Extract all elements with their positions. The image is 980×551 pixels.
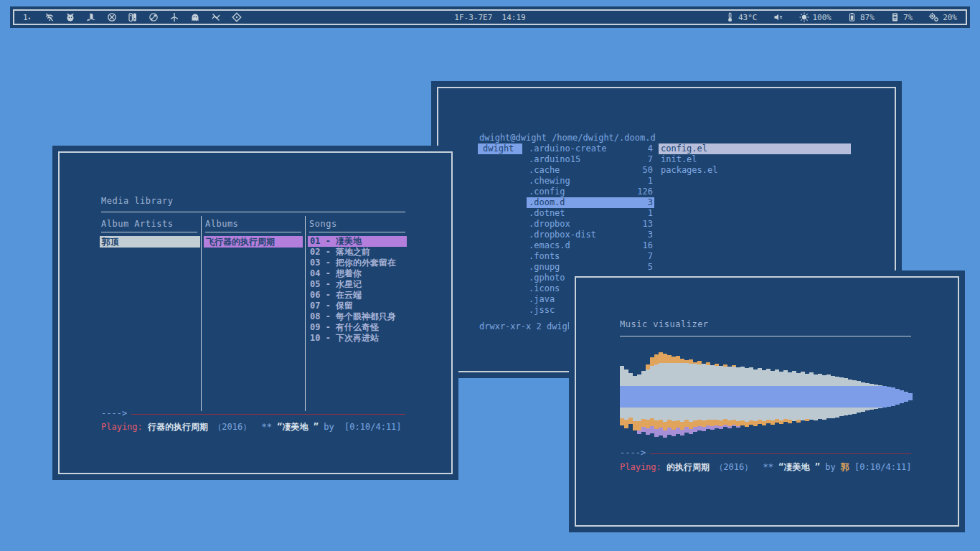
fm-file-item[interactable]: init.el: [659, 154, 851, 165]
steam-icon[interactable]: [149, 12, 159, 22]
cpu-module: 20%: [928, 12, 957, 22]
fm-directory-item[interactable]: .fonts7: [527, 251, 654, 262]
song-item[interactable]: 05 - 水星记: [308, 279, 407, 290]
topbar-left-modules: 1▾: [23, 12, 242, 22]
fm-directory-count: 126: [637, 187, 653, 197]
xbox-icon[interactable]: [107, 12, 117, 22]
fm-status-line: drwxr-xr-x 2 dwigh: [479, 321, 573, 332]
playing-segment: 行器的执行周期: [143, 422, 208, 432]
column-header-artists: Album Artists: [101, 219, 173, 229]
playstation-icon[interactable]: [86, 12, 96, 22]
fm-directory-name: .chewing: [529, 176, 570, 186]
fm-directory-item[interactable]: .emacs.d16: [527, 240, 654, 251]
visualizer-progress-arrow[interactable]: ---->: [620, 448, 646, 458]
song-item[interactable]: 07 - 保留: [308, 301, 407, 311]
cat-icon[interactable]: [65, 12, 75, 22]
media-playing-status: Playing: 行器的执行周期 （2016） ** “凄美地 ” by [0:…: [101, 421, 402, 433]
playing-segment: 郭: [841, 462, 849, 472]
playing-segment: **: [753, 462, 778, 472]
fm-directory-count: 7: [648, 251, 653, 262]
fm-directory-count: 1: [648, 208, 653, 219]
song-item[interactable]: 10 - 下次再进站: [308, 333, 407, 344]
fm-directory-item[interactable]: .config126: [527, 187, 654, 197]
song-item[interactable]: 09 - 有什么奇怪: [308, 322, 407, 333]
visualizer-progress-line[interactable]: [650, 453, 911, 454]
fm-directory-count: 4: [648, 143, 653, 154]
fm-directory-count: 50: [643, 165, 653, 176]
cpu-icon: [928, 12, 939, 22]
fm-directory-count: 13: [643, 219, 653, 230]
album-item[interactable]: 飞行器的执行周期: [204, 236, 303, 248]
ghost-icon[interactable]: [190, 12, 200, 22]
playing-segment: [0:10/4:11]: [339, 422, 402, 432]
playing-segment: 的执行周期: [661, 462, 710, 472]
waveform-display: [620, 346, 913, 448]
fm-directory-name: .config: [529, 187, 565, 197]
song-item[interactable]: 06 - 在云端: [308, 290, 407, 301]
top-bar: 1▾: [13, 9, 967, 25]
visualizer-playing-status: Playing: 的执行周期 （2016） ** “凄美地 ” by 郭 [0:…: [620, 461, 912, 474]
volume-module[interactable]: [773, 12, 783, 22]
fm-directory-item[interactable]: .arduino157: [527, 154, 654, 165]
fm-directory-name: .arduino15: [529, 154, 580, 164]
fm-directory-name: .cache: [529, 165, 560, 175]
fm-file-item[interactable]: packages.el: [659, 165, 851, 176]
artist-item[interactable]: 郭顶: [100, 236, 200, 248]
song-item[interactable]: 08 - 每个眼神都只身: [308, 311, 407, 322]
memory-value: 7%: [903, 13, 913, 22]
fm-directory-item[interactable]: .arduino-create4: [527, 143, 654, 154]
media-progress-line[interactable]: [131, 414, 405, 415]
fm-directory-item[interactable]: .dropbox13: [527, 219, 654, 230]
topbar-status-modules: 43°C 100% 87%: [725, 12, 957, 22]
media-library-title: Media library: [101, 196, 173, 206]
brightness-value: 100%: [813, 13, 832, 22]
fm-directory-item[interactable]: .cache50: [527, 165, 654, 176]
column-separator: [305, 216, 306, 411]
album-label: 飞行器的执行周期: [206, 237, 275, 247]
fm-directory-name: .jssc: [529, 305, 555, 315]
artists-header-underline: [101, 232, 197, 232]
fm-directory-item[interactable]: .doom.d3: [527, 197, 654, 208]
workspace-indicator[interactable]: 1▾: [23, 13, 31, 22]
song-item[interactable]: 04 - 想着你: [308, 268, 407, 279]
fm-directory-item[interactable]: .dropbox-dist3: [527, 230, 654, 240]
visualizer-title: Music visualizer: [620, 319, 709, 329]
battery-module: 87%: [847, 12, 875, 22]
playing-segment: by: [319, 422, 339, 432]
fm-directory-name: .emacs.d: [529, 240, 570, 250]
visualizer-title-underline: [620, 336, 911, 336]
fm-directory-item[interactable]: .gnupg5: [527, 262, 654, 273]
playing-segment: “凄美地 ”: [277, 422, 319, 432]
song-item[interactable]: 03 - 把你的外套留在: [308, 258, 407, 268]
playing-segment: （2016）: [208, 422, 251, 432]
fm-directory-name: .fonts: [529, 251, 560, 261]
column-header-songs: Songs: [309, 219, 337, 229]
brightness-icon: [799, 12, 809, 22]
playing-segment: **: [251, 422, 277, 432]
fm-file-item[interactable]: config.el: [659, 143, 851, 154]
song-item[interactable]: 02 - 落地之前: [308, 247, 407, 258]
media-progress-arrow[interactable]: ---->: [101, 408, 127, 418]
playing-segment: Playing:: [101, 422, 143, 432]
fm-directory-name: .dropbox: [529, 219, 570, 229]
wifi-slash-icon[interactable]: [44, 12, 55, 22]
playing-segment: Playing:: [620, 462, 661, 472]
fm-directory-count: 1: [648, 176, 653, 187]
fm-parent-dir[interactable]: dwight: [478, 143, 522, 154]
fm-directory-name: .dropbox-dist: [529, 230, 596, 240]
playing-segment: by: [820, 462, 841, 472]
network-slash-icon[interactable]: [211, 12, 221, 22]
wind-turbine-icon[interactable]: [169, 12, 179, 22]
nintendo-switch-icon[interactable]: [128, 12, 138, 22]
albums-header-underline: [205, 232, 301, 232]
fm-directory-item[interactable]: .chewing1: [527, 176, 654, 187]
fm-directory-item[interactable]: .dotnet1: [527, 208, 654, 219]
title-underline: [101, 212, 405, 212]
song-item[interactable]: 01 - 凄美地: [308, 236, 407, 247]
shuriken-icon[interactable]: [232, 12, 242, 22]
playing-segment: （2016）: [710, 462, 753, 472]
fm-directory-name: .gphoto: [529, 273, 565, 283]
media-library-window: Media library Album Artists Albums Songs…: [58, 151, 453, 474]
temperature-module: 43°C: [725, 12, 758, 22]
cpu-value: 20%: [943, 13, 957, 22]
